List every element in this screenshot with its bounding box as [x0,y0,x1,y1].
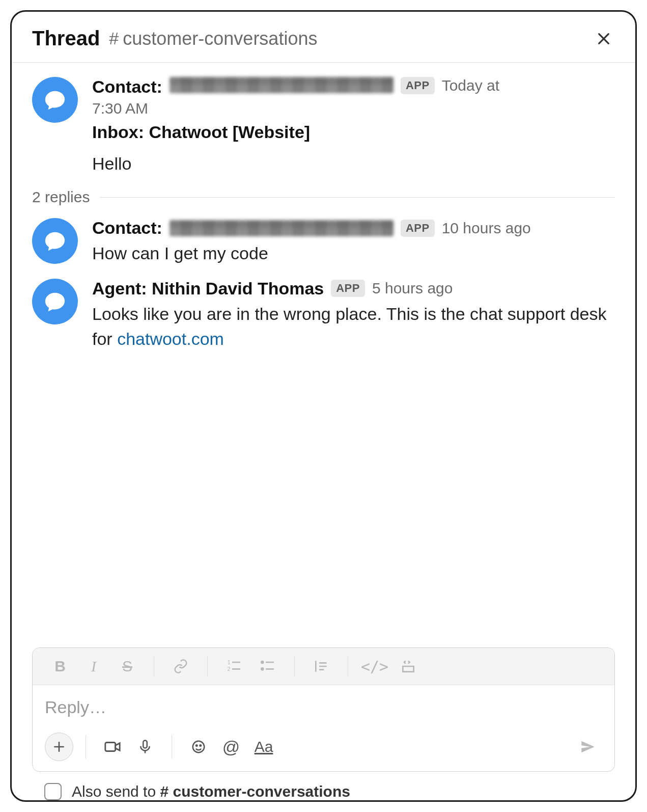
plus-icon [52,740,66,753]
toolbar-separator [294,656,295,676]
separator-line [100,197,615,198]
channel-name: customer-conversations [123,28,317,49]
svg-rect-17 [143,741,147,748]
redacted-name [170,77,393,93]
toolbar-separator [172,735,172,759]
root-message: Contact: APP Today at 7:30 AM Inbox: Cha… [32,77,615,176]
toolbar-separator [154,656,154,676]
ordered-list-icon: 12 [226,658,242,674]
bullet-list-icon [260,658,276,674]
hash-icon: # [160,783,168,800]
replies-count: 2 replies [32,188,90,206]
thread-panel: Thread # customer-conversations Contact:… [10,10,637,802]
svg-text:2: 2 [228,666,231,672]
message-author-label: Agent: Nithin David Thomas [92,279,324,299]
app-badge: APP [401,77,435,94]
svg-point-20 [196,745,198,746]
app-badge: APP [401,220,435,237]
close-button[interactable] [593,28,615,50]
message-link[interactable]: chatwoot.com [117,329,224,348]
message-text: How can I get my code [92,241,615,266]
bold-button[interactable]: B [45,653,75,680]
message-content: Contact: APP Today at 7:30 AM Inbox: Cha… [92,77,615,176]
chat-bubble-icon [43,88,67,112]
reply-message: Agent: Nithin David Thomas APP 5 hours a… [32,279,615,352]
message-time-prefix: Today at [442,77,499,94]
blockquote-button[interactable] [306,653,336,680]
code-block-button[interactable] [393,653,424,680]
audio-button[interactable] [131,733,159,761]
emoji-button[interactable] [184,733,213,761]
microphone-icon [137,739,153,754]
avatar [32,218,78,264]
thread-channel[interactable]: # customer-conversations [109,28,317,49]
redacted-name [170,220,393,236]
message-header: Contact: APP Today at [92,77,615,97]
video-icon [104,738,121,755]
message-time: 5 hours ago [372,280,453,297]
chat-bubble-icon [43,290,67,313]
reply-input[interactable]: Reply… [33,685,614,727]
attach-button[interactable] [45,733,73,761]
link-button[interactable] [165,653,196,680]
inbox-line: Inbox: Chatwoot [Website] [92,122,615,142]
close-icon [596,31,612,47]
svg-text:1: 1 [228,659,231,665]
svg-point-7 [261,668,263,670]
app-badge: APP [331,280,365,297]
avatar [32,279,78,324]
message-content: Agent: Nithin David Thomas APP 5 hours a… [92,279,615,352]
avatar [32,77,78,123]
toolbar-separator [348,656,348,676]
message-author-label: Contact: [92,218,162,238]
code-block-icon [400,658,416,674]
code-button[interactable]: </> [359,653,390,680]
also-send-checkbox[interactable] [44,783,62,800]
hash-icon: # [109,29,119,48]
ordered-list-button[interactable]: 12 [219,653,249,680]
message-time: 10 hours ago [442,220,531,237]
format-toolbar: B I S 12 </> [33,648,614,685]
reply-message: Contact: APP 10 hours ago How can I get … [32,218,615,266]
toolbar-separator [207,656,208,676]
strikethrough-button[interactable]: S [112,653,143,680]
video-button[interactable] [98,733,127,761]
thread-title: Thread [32,27,100,50]
thread-header: Thread # customer-conversations [12,12,635,63]
message-content: Contact: APP 10 hours ago How can I get … [92,218,615,266]
message-time: 7:30 AM [92,100,615,117]
composer-actions: @ Aa [33,727,614,771]
message-header: Contact: APP 10 hours ago [92,218,615,238]
message-text: Looks like you are in the wrong place. T… [92,302,615,352]
also-send-label: Also send to # customer-conversations [72,783,350,800]
message-text: Hello [92,151,615,176]
svg-point-21 [200,745,202,746]
link-icon [173,659,188,674]
reply-composer: B I S 12 </> Reply… [32,647,615,772]
mention-button[interactable]: @ [217,733,245,761]
send-icon [579,738,597,755]
format-toggle-button[interactable]: Aa [249,733,278,761]
emoji-icon [191,739,206,754]
italic-button[interactable]: I [78,653,109,680]
message-header: Agent: Nithin David Thomas APP 5 hours a… [92,279,615,299]
also-send-row: Also send to # customer-conversations [12,772,635,800]
svg-point-19 [193,741,205,753]
toolbar-separator [86,735,86,759]
thread-body: Contact: APP Today at 7:30 AM Inbox: Cha… [12,63,635,639]
send-button[interactable] [574,733,602,761]
replies-separator: 2 replies [32,188,615,206]
bullet-list-button[interactable] [252,653,283,680]
svg-point-6 [261,661,263,663]
blockquote-icon [313,658,329,674]
chat-bubble-icon [43,229,67,253]
message-author-label: Contact: [92,77,162,97]
svg-rect-16 [105,743,116,751]
